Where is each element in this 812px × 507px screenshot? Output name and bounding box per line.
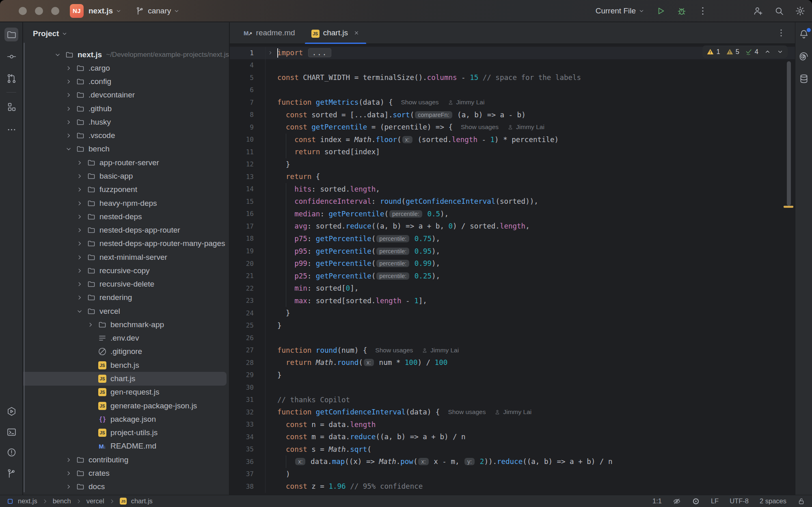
code-text[interactable]: return sorted[index]: [275, 146, 795, 158]
code-text[interactable]: const sorted = [...data].sort(compareFn:…: [275, 109, 795, 121]
line-number[interactable]: 6: [230, 86, 265, 94]
chevron-right-icon[interactable]: [65, 456, 72, 464]
code-text[interactable]: const getPercentile = (percentile) => {S…: [275, 121, 795, 134]
chevron-right-icon[interactable]: [65, 105, 72, 112]
line-number[interactable]: 22: [230, 285, 265, 292]
chevron-right-icon[interactable]: [76, 280, 83, 288]
project-panel-chevron-icon[interactable]: [61, 30, 68, 37]
line-number[interactable]: 36: [230, 458, 265, 466]
line-number[interactable]: 10: [230, 136, 265, 143]
commit-tool-button[interactable]: [4, 50, 18, 63]
code-line-17[interactable]: 17 avg: sorted.reduce((a, b) => a + b, 0…: [230, 220, 795, 233]
code-text[interactable]: const z = 1.96 // 95% confidence: [275, 480, 795, 493]
code-text[interactable]: ): [275, 468, 795, 481]
window-controls[interactable]: [0, 7, 59, 15]
line-number[interactable]: 27: [230, 346, 265, 354]
code-line-19[interactable]: 19 p95: getPercentile(percentile: 0.95),: [230, 245, 795, 257]
chevron-down-icon[interactable]: [54, 51, 61, 58]
code-text[interactable]: hits: sorted.length,: [275, 183, 795, 196]
code-text[interactable]: p25: getPercentile(percentile: 0.25),: [275, 270, 795, 282]
code-line-6[interactable]: 6: [230, 84, 795, 97]
notifications-button[interactable]: [799, 29, 810, 40]
code-text[interactable]: const index = Math.floor(x: (sorted.leng…: [275, 134, 795, 146]
warnings-dim-indicator[interactable]: 5: [726, 48, 739, 56]
line-number[interactable]: 33: [230, 421, 265, 428]
tree-item-bench[interactable]: bench: [23, 142, 227, 156]
editor-scrollbar[interactable]: [787, 61, 791, 206]
code-line-10[interactable]: 10 const index = Math.floor(x: (sorted.l…: [230, 134, 795, 146]
code-text[interactable]: avg: sorted.reduce((a, b) => a + b, 0) /…: [275, 220, 795, 233]
code-line-30[interactable]: 30: [230, 381, 795, 394]
tree-item-.github[interactable]: .github: [23, 102, 227, 115]
code-line-22[interactable]: 22 min: sorted[0],: [230, 282, 795, 295]
database-button[interactable]: [799, 73, 810, 85]
code-text[interactable]: p99: getPercentile(percentile: 0.99),: [275, 257, 795, 270]
code-text[interactable]: [275, 381, 795, 394]
indent-style[interactable]: 2 spaces: [760, 497, 786, 505]
run-button[interactable]: [655, 6, 666, 16]
tree-item-.env.dev[interactable]: .env.dev: [23, 332, 227, 345]
code-line-8[interactable]: 8 const sorted = [...data].sort(compareF…: [230, 109, 795, 121]
chevron-right-icon[interactable]: [65, 470, 72, 477]
structure-tool-button[interactable]: [4, 100, 18, 114]
line-number[interactable]: 30: [230, 384, 265, 391]
show-usages-hint[interactable]: Show usages: [461, 123, 499, 131]
tab-chart-js[interactable]: JSchart.js: [303, 22, 368, 43]
chevron-right-icon[interactable]: [65, 78, 72, 85]
code-text[interactable]: const m = data.reduce((a, b) => a + b) /…: [275, 431, 795, 443]
code-author-hint[interactable]: Jimmy Lai: [503, 408, 531, 416]
line-number[interactable]: 16: [230, 210, 265, 218]
minimize-window-button[interactable]: [35, 7, 43, 15]
code-line-36[interactable]: 36 x: data.map((x) => Math.pow(x: x - m,…: [230, 455, 795, 468]
code-text[interactable]: }: [275, 369, 795, 381]
tree-item-benchmark-app[interactable]: benchmark-app: [23, 318, 227, 331]
project-icon[interactable]: NJ: [70, 4, 84, 18]
line-number[interactable]: 4: [230, 61, 265, 69]
line-number[interactable]: 24: [230, 309, 265, 317]
chevron-right-icon[interactable]: [76, 186, 83, 193]
run-configuration[interactable]: Current File: [596, 6, 636, 15]
line-number[interactable]: 1: [230, 49, 265, 57]
services-tool-button[interactable]: [4, 404, 18, 418]
line-number[interactable]: 35: [230, 445, 265, 453]
maximize-window-button[interactable]: [51, 7, 59, 15]
vcs-branch-icon[interactable]: [136, 6, 145, 15]
tree-item-heavy-npm-deps[interactable]: heavy-npm-deps: [23, 196, 227, 210]
show-usages-hint[interactable]: Show usages: [375, 347, 413, 354]
settings-button[interactable]: [795, 6, 806, 16]
more-actions-button[interactable]: [698, 6, 708, 16]
line-number[interactable]: 8: [230, 111, 265, 119]
chevron-right-icon[interactable]: [76, 227, 83, 234]
code-line-23[interactable]: 23 max: sorted[sorted.length - 1],: [230, 294, 795, 307]
file-lock-icon[interactable]: [797, 497, 806, 505]
tree-item-basic-app[interactable]: basic-app: [23, 169, 227, 183]
code-line-26[interactable]: 26: [230, 332, 795, 344]
code-text[interactable]: p95: getPercentile(percentile: 0.95),: [275, 245, 795, 257]
code-text[interactable]: [275, 332, 795, 344]
line-number[interactable]: 15: [230, 198, 265, 205]
code-author-hint[interactable]: Jimmy Lai: [456, 99, 485, 106]
code-line-38[interactable]: 38 const z = 1.96 // 95% confidence: [230, 480, 795, 493]
code-with-me-button[interactable]: [753, 6, 763, 16]
breadcrumb-item[interactable]: chart.js: [131, 497, 153, 505]
chevron-down-icon[interactable]: [65, 145, 72, 153]
tree-item-.husky[interactable]: .husky: [23, 115, 227, 129]
tab-options-button[interactable]: [776, 28, 786, 38]
code-text[interactable]: }: [275, 307, 795, 319]
code-text[interactable]: return Math.round(x: num * 100) / 100: [275, 356, 795, 369]
file-encoding[interactable]: UTF-8: [730, 497, 749, 505]
tree-item-.cargo[interactable]: .cargo: [23, 61, 227, 75]
code-line-35[interactable]: 35 const s = Math.sqrt(: [230, 443, 795, 456]
code-text[interactable]: const s = Math.sqrt(: [275, 443, 795, 456]
code-line-21[interactable]: 21 p25: getPercentile(percentile: 0.25),: [230, 270, 795, 282]
line-number[interactable]: 34: [230, 433, 265, 441]
line-number[interactable]: 13: [230, 173, 265, 181]
code-vision-hints[interactable]: Show usagesJimmy Lai: [461, 123, 544, 131]
code-line-24[interactable]: 24 }: [230, 307, 795, 319]
line-number[interactable]: 11: [230, 148, 265, 156]
chevron-right-icon[interactable]: [76, 294, 83, 301]
tree-item-package.json[interactable]: { }package.json: [23, 412, 227, 426]
line-number[interactable]: 12: [230, 160, 265, 168]
chevron-down-icon[interactable]: [76, 308, 83, 315]
code-text[interactable]: min: sorted[0],: [275, 282, 795, 295]
